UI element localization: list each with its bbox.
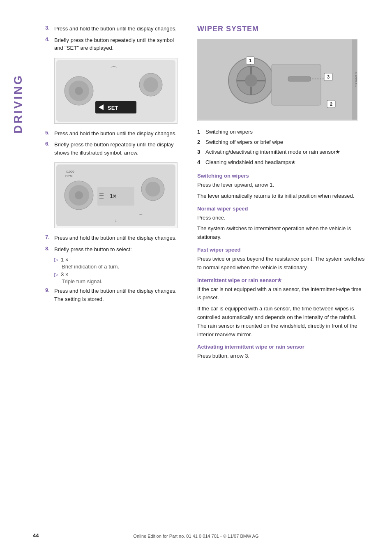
list-item-1-num: 1 (197, 128, 205, 136)
fast-wiper-p1: Press twice or press beyond the resistan… (197, 255, 366, 272)
svg-text:↑1000: ↑1000 (65, 170, 74, 173)
driving-label: DRIVING (12, 74, 25, 134)
diagram-rpm: ↑1000 RPM 1× ⌒ ↓ (54, 162, 178, 228)
subsection-fast-wiper: Fast wiper speed (197, 247, 366, 253)
list-item-3-text: Activating/deactivating intermittent mod… (205, 148, 341, 156)
svg-point-22 (145, 182, 160, 197)
step-6-text: Briefly press the button repeatedly unti… (54, 141, 181, 157)
step-9: 9. Press and hold the button until the d… (45, 287, 181, 303)
diagram-set: ⌒ SET (54, 58, 178, 124)
list-item-2: 2 Switching off wipers or brief wipe (197, 138, 366, 146)
svg-point-28 (245, 74, 257, 87)
sub-desc-3x: Triple turn signal. (62, 278, 181, 284)
svg-point-3 (75, 87, 83, 95)
intermittent-p1: If the car is not equipped with a rain s… (197, 285, 366, 303)
subsection-activating: Activating intermittent wipe or rain sen… (197, 344, 366, 350)
list-item-2-num: 2 (197, 138, 205, 146)
step-9-text: Press and hold the button until the disp… (54, 287, 181, 303)
svg-text:© BMW AG: © BMW AG (355, 72, 357, 87)
list-item-4: 4 Cleaning windshield and headlamps★ (197, 158, 366, 166)
svg-text:3: 3 (327, 74, 330, 79)
intermittent-p2: If the car is equipped with a rain senso… (197, 305, 366, 339)
sub-arrow-3x: ▷ (54, 271, 58, 278)
sub-desc-1x: Brief indication of a turn. (62, 264, 181, 270)
step-4: 4. Briefly press the button repeatedly u… (45, 36, 181, 52)
step-7-text: Press and hold the button until the disp… (54, 234, 177, 242)
step-6-num: 6. (45, 141, 54, 157)
svg-rect-33 (272, 64, 321, 105)
wiper-diagram-image: 1 2 3 © BMW AG (197, 39, 357, 121)
step-5-num: 5. (45, 130, 54, 138)
sub-label-1x: 1 × (61, 257, 68, 263)
list-item-3-num: 3 (197, 148, 205, 156)
list-item-4-num: 4 (197, 158, 205, 166)
step-5: 5. Press and hold the button until the d… (45, 130, 181, 138)
step-8: 8. Briefly press the button to select: (45, 245, 181, 254)
svg-point-13 (75, 191, 83, 199)
step-7: 7. Press and hold the button until the d… (45, 234, 181, 242)
page-footer: Online Edition for Part no. 01 41 0 014 … (0, 534, 392, 539)
right-column: WIPER SYSTEM 1 (189, 25, 366, 530)
step-8-text: Briefly press the button to select: (54, 245, 132, 254)
left-column: 3. Press and hold the button until the d… (33, 25, 189, 530)
subsection-intermittent: Intermittent wipe or rain sensor★ (197, 277, 366, 283)
step-3: 3. Press and hold the button until the d… (45, 25, 181, 33)
step-4-num: 4. (45, 36, 54, 52)
numbered-list: 1 Switching on wipers 2 Switching off wi… (197, 128, 366, 166)
list-item-1: 1 Switching on wipers (197, 128, 366, 136)
step-8-num: 8. (45, 245, 54, 254)
step-5-text: Press and hold the button until the disp… (54, 130, 177, 138)
step-4-text: Briefly press the button repeatedly unti… (54, 36, 181, 52)
sub-arrow-1x: ▷ (54, 257, 58, 263)
step-9-num: 9. (45, 287, 54, 303)
step-7-num: 7. (45, 234, 54, 242)
svg-point-5 (143, 77, 158, 92)
list-item-4-text: Cleaning windshield and headlamps★ (205, 158, 296, 166)
svg-text:1×: 1× (110, 193, 116, 199)
switching-on-wipers-p2: The lever automatically returns to its i… (197, 192, 366, 201)
svg-text:RPM: RPM (65, 174, 73, 178)
svg-text:1: 1 (249, 58, 251, 63)
switching-on-wipers-p1: Press the lever upward, arrow 1. (197, 181, 366, 190)
list-item-2-text: Switching off wipers or brief wipe (205, 138, 283, 146)
activating-p1: Press button, arrow 3. (197, 352, 366, 361)
svg-rect-34 (288, 76, 311, 81)
subsection-normal-wiper: Normal wiper speed (197, 206, 366, 212)
step-3-text: Press and hold the button until the disp… (54, 25, 177, 33)
sub-bullet-1x: ▷ 1 × (54, 257, 181, 263)
subsection-switching-on-wipers: Switching on wipers (197, 173, 366, 179)
step-3-num: 3. (45, 25, 54, 33)
svg-text:⌒: ⌒ (110, 66, 118, 74)
sub-label-3x: 3 × (61, 271, 68, 278)
list-item-3: 3 Activating/deactivating intermittent m… (197, 148, 366, 156)
sub-bullet-3x: ▷ 3 × (54, 271, 181, 278)
normal-wiper-p1: Press once. (197, 214, 366, 222)
svg-text:↓: ↓ (115, 218, 117, 223)
normal-wiper-p2: The system switches to intermittent oper… (197, 224, 366, 242)
svg-text:SET: SET (108, 105, 118, 111)
svg-text:2: 2 (330, 102, 332, 106)
svg-text:⌒: ⌒ (138, 214, 143, 219)
wiper-system-title: WIPER SYSTEM (197, 25, 366, 33)
step-6: 6. Briefly press the button repeatedly u… (45, 141, 181, 157)
list-item-1-text: Switching on wipers (205, 128, 253, 136)
